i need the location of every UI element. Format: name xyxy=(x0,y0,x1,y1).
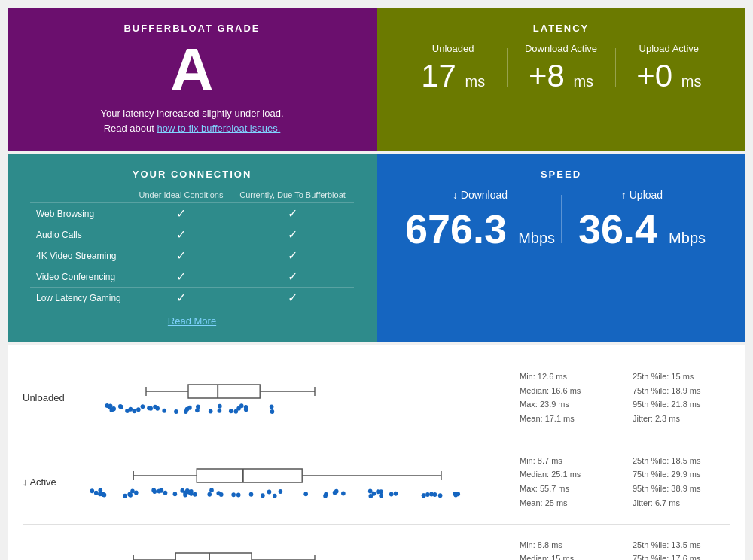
stat-col-right-0: 25th %ile: 15 ms75th %ile: 18.9 ms95th %… xyxy=(633,370,730,426)
svg-point-22 xyxy=(229,409,233,414)
svg-point-89 xyxy=(273,494,277,498)
main-container: BUFFERBLOAT GRADE A Your latency increas… xyxy=(8,8,745,560)
latency-col-download: Download Active +8 ms xyxy=(507,43,614,92)
svg-point-56 xyxy=(94,491,99,495)
svg-point-23 xyxy=(148,406,153,411)
stat-value: Min: 8.8 ms xyxy=(520,538,617,552)
stat-label-1: ↓ Active xyxy=(23,476,83,488)
svg-point-86 xyxy=(372,492,376,496)
svg-point-53 xyxy=(425,492,430,497)
latency-upload-unit: ms xyxy=(681,73,702,90)
latency-upload-label: Upload Active xyxy=(615,43,723,54)
svg-point-93 xyxy=(267,490,272,495)
bufferbloat-description: Your latency increased slightly under lo… xyxy=(30,106,354,135)
boxplot-0 xyxy=(83,375,505,420)
latency-panel: LATENCY Unloaded 17 ms Download Active +… xyxy=(376,8,745,151)
connection-row-current: ✓ xyxy=(231,266,354,288)
speed-columns: ↓ Download 676.3 Mbps ↑ Upload 36.4 Mbps xyxy=(399,189,723,249)
svg-point-95 xyxy=(334,489,339,494)
svg-point-72 xyxy=(90,488,95,493)
svg-point-46 xyxy=(341,492,346,496)
stat-value: 95th %ile: 38.9 ms xyxy=(633,482,730,496)
svg-point-25 xyxy=(244,408,248,412)
speed-col-download: ↓ Download 676.3 Mbps xyxy=(399,189,561,249)
connection-table-row: Audio Calls ✓ ✓ xyxy=(30,224,354,245)
stat-col-right-1: 25th %ile: 18.5 ms75th %ile: 29.9 ms95th… xyxy=(633,454,730,510)
svg-point-99 xyxy=(209,488,214,492)
connection-row-current: ✓ xyxy=(231,288,354,309)
stat-numbers-2: Min: 8.8 msMedian: 15 msMax: 26.9 msMean… xyxy=(520,538,730,561)
stat-value: Max: 23.9 ms xyxy=(520,397,617,412)
svg-point-49 xyxy=(249,492,254,497)
stat-value: Max: 55.7 ms xyxy=(520,482,617,496)
svg-point-63 xyxy=(130,489,135,494)
svg-point-30 xyxy=(133,409,137,414)
svg-point-70 xyxy=(123,494,127,498)
boxplot-svg xyxy=(83,459,505,504)
svg-point-102 xyxy=(453,493,458,498)
stat-value: 25th %ile: 15 ms xyxy=(633,370,730,384)
latency-unloaded-value: 17 ms xyxy=(399,60,507,92)
svg-point-76 xyxy=(193,492,197,497)
latency-title: LATENCY xyxy=(399,23,723,34)
svg-point-58 xyxy=(231,492,236,497)
boxplot-1 xyxy=(83,459,505,504)
stat-numbers-1: Min: 8.7 msMedian: 25.1 msMax: 55.7 msMe… xyxy=(520,454,730,510)
svg-point-18 xyxy=(111,406,116,411)
checkmark-ideal: ✓ xyxy=(176,228,186,241)
latency-col-upload: Upload Active +0 ms xyxy=(615,43,723,92)
stat-col-left-1: Min: 8.7 msMedian: 25.1 msMax: 55.7 msMe… xyxy=(520,454,617,510)
stat-value: Min: 12.6 ms xyxy=(520,370,617,384)
connection-title: YOUR CONNECTION xyxy=(30,169,354,180)
checkmark-ideal: ✓ xyxy=(176,270,186,283)
svg-point-59 xyxy=(433,492,437,497)
svg-point-103 xyxy=(422,494,426,498)
boxplot-svg xyxy=(83,375,505,420)
checkmark-ideal: ✓ xyxy=(176,291,186,304)
svg-point-24 xyxy=(155,406,160,411)
stat-value: 95th %ile: 21.8 ms xyxy=(633,397,730,412)
svg-point-31 xyxy=(162,409,166,413)
stat-value: Median: 16.6 ms xyxy=(520,384,617,398)
connection-row-current: ✓ xyxy=(231,224,354,245)
speed-panel: SPEED ↓ Download 676.3 Mbps ↑ Upload 36.… xyxy=(376,154,745,342)
stats-section: UnloadedMin: 12.6 msMedian: 16.6 msMax: … xyxy=(8,345,745,560)
stat-value: 75th %ile: 17.6 ms xyxy=(633,552,730,560)
connection-row-ideal: ✓ xyxy=(131,245,231,266)
stat-label-0: Unloaded xyxy=(23,392,83,403)
connection-table-row: Low Latency Gaming ✓ ✓ xyxy=(30,288,354,309)
svg-rect-108 xyxy=(175,553,252,560)
stat-col-left-0: Min: 12.6 msMedian: 16.6 msMax: 23.9 msM… xyxy=(520,370,617,426)
svg-point-82 xyxy=(389,492,394,497)
speed-upload-label: ↑ Upload xyxy=(561,189,723,201)
connection-table-row: Video Conferencing ✓ ✓ xyxy=(30,266,354,288)
svg-rect-43 xyxy=(197,469,302,482)
svg-point-97 xyxy=(219,492,224,497)
bufferbloat-desc-line1: Your latency increased slightly under lo… xyxy=(100,108,283,119)
stat-value: 25th %ile: 18.5 ms xyxy=(633,454,730,468)
svg-point-48 xyxy=(368,489,373,494)
stat-value: Jitter: 2.3 ms xyxy=(633,412,730,426)
bufferbloat-link[interactable]: how to fix bufferbloat issues. xyxy=(157,123,281,134)
svg-point-92 xyxy=(102,493,107,498)
speed-title: SPEED xyxy=(399,169,723,180)
boxplot-svg xyxy=(83,543,505,560)
stat-value: Median: 15 ms xyxy=(520,552,617,560)
svg-point-73 xyxy=(279,489,283,494)
svg-rect-3 xyxy=(188,385,260,398)
svg-point-29 xyxy=(270,405,274,409)
checkmark-current: ✓ xyxy=(288,270,297,283)
svg-point-38 xyxy=(108,405,112,409)
bufferbloat-grade: A xyxy=(30,40,354,100)
checkmark-ideal: ✓ xyxy=(176,207,186,220)
svg-point-9 xyxy=(174,409,178,414)
stat-row-2: ↑ ActiveMin: 8.8 msMedian: 15 msMax: 26.… xyxy=(23,525,730,561)
bufferbloat-desc-line2: Read about xyxy=(104,123,157,134)
connection-row-label: Web Browsing xyxy=(30,203,131,224)
read-more-link[interactable]: Read More xyxy=(30,315,354,327)
connection-panel: YOUR CONNECTION Under Ideal Conditions C… xyxy=(8,154,376,342)
checkmark-current: ✓ xyxy=(288,207,297,220)
latency-download-label: Download Active xyxy=(507,43,614,54)
stat-value: Jitter: 6.7 ms xyxy=(633,496,730,510)
connection-row-label: Low Latency Gaming xyxy=(30,288,131,309)
